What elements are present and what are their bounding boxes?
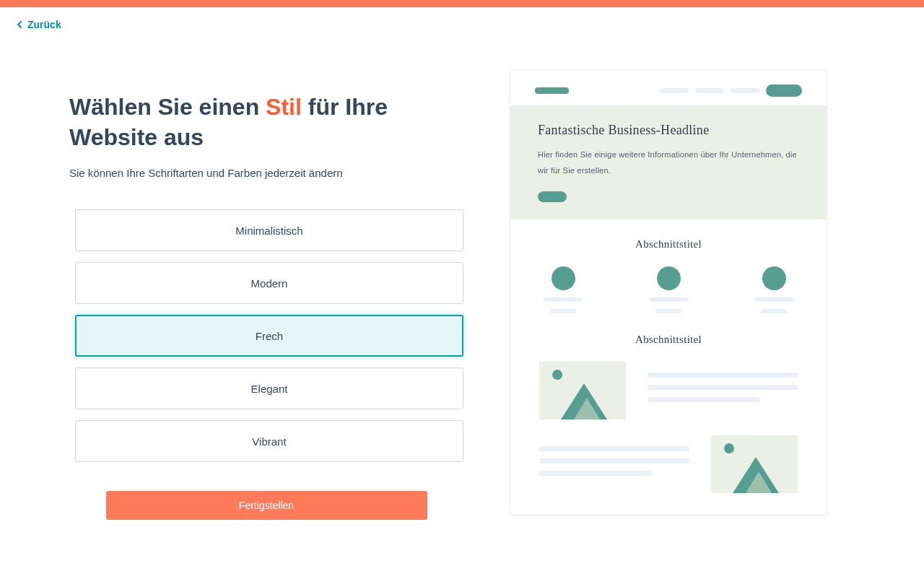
preview-hero-text: Hier finden Sie einige weitere Informati…	[538, 147, 799, 178]
placeholder-bar	[539, 458, 689, 464]
website-preview: Fantastische Business-Headline Hier find…	[510, 69, 827, 516]
preview-menu	[660, 84, 802, 97]
circle-icon	[552, 266, 575, 290]
preview-section-title: Abschnittstitel	[525, 334, 812, 346]
heading-accent: Stil	[266, 94, 302, 120]
option-modern[interactable]: Modern	[75, 262, 463, 304]
placeholder-bar	[655, 309, 681, 313]
preview-menu-item	[695, 88, 724, 93]
option-vibrant[interactable]: Vibrant	[75, 420, 463, 462]
option-frech[interactable]: Frech	[75, 315, 463, 357]
placeholder-bar	[544, 297, 583, 302]
preview-nav	[510, 70, 827, 105]
circle-icon	[762, 266, 786, 290]
preview-content-row	[539, 362, 798, 419]
back-link-label: Zurück	[27, 19, 61, 30]
preview-logo-placeholder	[535, 87, 569, 94]
placeholder-bar	[648, 373, 798, 378]
page-heading: Wählen Sie einen Stil für Ihre Website a…	[69, 92, 466, 152]
placeholder-bar	[761, 309, 787, 313]
text-placeholder	[539, 435, 689, 476]
preview-hero-button	[538, 191, 567, 202]
image-placeholder-icon	[711, 435, 798, 493]
placeholder-bar	[648, 397, 760, 402]
placeholder-bar	[648, 385, 798, 390]
preview-column	[544, 266, 583, 313]
style-options: Minimalistisch Modern Frech Elegant Vibr…	[69, 209, 466, 462]
svg-point-3	[724, 443, 734, 453]
image-placeholder-icon	[539, 362, 626, 419]
option-minimalistisch[interactable]: Minimalistisch	[75, 209, 463, 251]
chevron-left-icon	[16, 21, 23, 28]
top-accent-bar	[0, 0, 924, 7]
preview-section-1: Abschnittstitel	[510, 219, 827, 346]
left-panel: Wählen Sie einen Stil für Ihre Website a…	[69, 42, 466, 520]
preview-hero: Fantastische Business-Headline Hier find…	[510, 105, 827, 219]
placeholder-bar	[550, 309, 576, 313]
placeholder-bar	[539, 471, 652, 476]
finish-button[interactable]: Fertigstellen	[106, 491, 427, 520]
preview-section-title: Abschnittstitel	[525, 238, 812, 251]
svg-point-0	[552, 370, 562, 380]
preview-content-rows	[510, 362, 827, 515]
placeholder-bar	[649, 297, 688, 302]
circle-icon	[657, 266, 681, 290]
placeholder-bar	[539, 446, 689, 451]
preview-content-row	[539, 435, 798, 493]
page-subtitle: Sie können Ihre Schriftarten und Farben …	[69, 167, 466, 179]
preview-columns	[525, 266, 812, 313]
preview-hero-title: Fantastische Business-Headline	[538, 123, 799, 138]
preview-menu-item	[731, 88, 759, 93]
preview-column	[649, 266, 688, 313]
preview-panel: Fantastische Business-Headline Hier find…	[510, 42, 827, 520]
preview-column	[754, 266, 793, 313]
preview-menu-item	[660, 88, 689, 93]
preview-menu-button	[766, 84, 802, 97]
placeholder-bar	[754, 297, 793, 302]
back-link[interactable]: Zurück	[0, 7, 77, 42]
text-placeholder	[648, 362, 798, 402]
option-elegant[interactable]: Elegant	[75, 368, 463, 409]
